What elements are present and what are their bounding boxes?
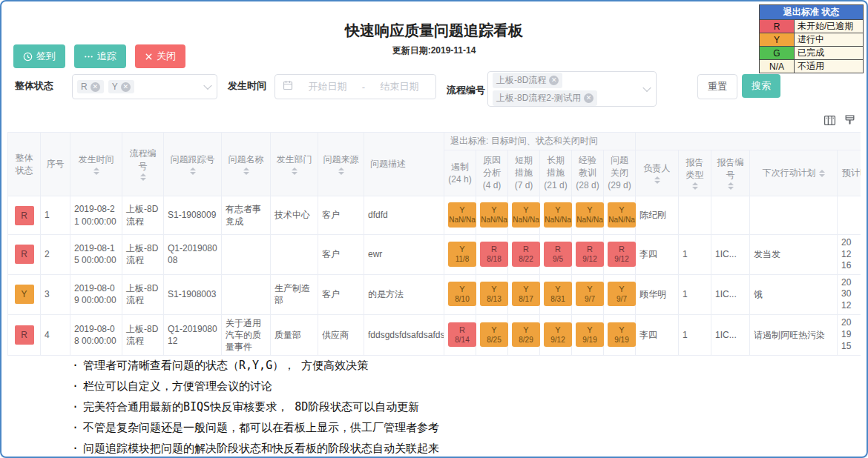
stage-badge: R9/12 — [608, 242, 636, 267]
cell-stage: R9/12 — [604, 235, 636, 275]
column-settings-button[interactable] — [823, 114, 836, 129]
col-report-type[interactable]: 报告类型 — [679, 150, 711, 196]
table-row[interactable]: R 1 2019-08-21 00:00:00 上板-8D流程 S1-19080… — [8, 196, 861, 235]
cell-report-no: 1IC... — [711, 314, 750, 356]
cell-stage: Y8/13 — [476, 274, 508, 314]
stage-badge: R8/14 — [448, 322, 476, 348]
col-status[interactable]: 整体状态 — [8, 133, 41, 196]
col-dept[interactable]: 发生部门 — [271, 133, 318, 196]
end-date-placeholder[interactable]: 结束日期 — [371, 80, 428, 93]
process-tag-1: 上板-8D流程 ✕ — [493, 73, 562, 88]
sort-icon[interactable] — [338, 167, 344, 175]
occur-time-label: 发生时间 — [228, 79, 266, 93]
col-est-time[interactable]: 预计时间 — [838, 150, 861, 196]
col-stage-closure[interactable]: 问题关闭(29 d) — [604, 150, 636, 196]
table-scroll-area[interactable]: 整体状态 序号 发生时间 流程编号 问题跟踪号 问题名称 发生部门 问题来源 问… — [7, 132, 861, 356]
cell-date: 2019-08-08 00:00:00 — [70, 314, 122, 356]
cell-est-time: 20 12 16 — [838, 235, 861, 275]
cell-owner: 顾华明 — [636, 274, 679, 314]
col-track-no[interactable]: 问题跟踪号 — [164, 133, 222, 196]
cell-stage: Y8/25 — [476, 314, 508, 356]
chevron-down-icon — [642, 84, 651, 92]
cell-track-no: S1-1908009 — [164, 196, 222, 235]
search-button[interactable]: 搜索 — [742, 74, 780, 98]
stage-badge: R9/5 — [544, 242, 572, 267]
brush-button[interactable] — [844, 114, 856, 129]
sort-icon[interactable] — [654, 176, 660, 184]
col-name[interactable]: 问题名称 — [222, 133, 271, 196]
table-row[interactable]: Y 3 2019-08-09 00:00:00 上板-8D流程 S1-19080… — [8, 274, 861, 314]
cell-stage: Y9/7 — [572, 274, 604, 314]
sort-icon[interactable] — [819, 170, 825, 177]
col-seq[interactable]: 序号 — [41, 133, 70, 196]
close-button[interactable]: 关闭 — [135, 44, 185, 68]
legend-label-y: 进行中 — [795, 33, 864, 47]
track-button[interactable]: 追踪 — [74, 44, 126, 68]
cell-dept: 质量部 — [271, 314, 318, 356]
stage-badge: Y8/13 — [480, 282, 508, 307]
cell-stage: YNaN/Na — [572, 196, 604, 235]
table-row[interactable]: R 2 2019-08-15 00:00:00 上板-8D流程 Q1-20190… — [8, 235, 861, 275]
cell-report-type: 1 — [679, 235, 711, 275]
col-process[interactable]: 流程编号 — [122, 133, 164, 196]
remove-tag-icon[interactable]: ✕ — [549, 76, 559, 85]
col-stage-containment[interactable]: 遏制(24 h) — [444, 150, 476, 196]
cell-est-time: 20 19 15 — [838, 314, 861, 356]
sort-icon[interactable] — [140, 173, 146, 181]
note-line: 栏位可以自定义，方便管理会议的讨论 — [72, 376, 852, 396]
track-label: 追踪 — [97, 50, 116, 63]
table-row[interactable]: R 4 2019-08-08 00:00:00 上板-8D流程 Q1-20190… — [8, 314, 861, 356]
cell-stage: YNaN/Na — [604, 196, 636, 235]
stage-badge: Y9/7 — [576, 282, 604, 307]
legend-row: R 未开始/已逾期 — [760, 20, 864, 33]
dashboard-frame: 快速响应质量问题追踪看板 更新日期:2019-11-14 签到 追踪 关闭 退出… — [0, 0, 868, 458]
col-desc[interactable]: 问题描述 — [364, 133, 444, 196]
col-report-no[interactable]: 报告编号 — [711, 150, 750, 196]
stage-badge: R8/18 — [480, 242, 508, 267]
cell-stage: R8/22 — [508, 235, 540, 275]
feature-notes: 管理者可清晰查看问题的状态（R,Y,G）， 方便高效决策 栏位可以自定义，方便管… — [72, 356, 852, 458]
action-buttons: 签到 追踪 关闭 — [13, 44, 185, 68]
col-source[interactable]: 问题来源 — [318, 133, 364, 196]
status-badge: Y — [15, 285, 34, 304]
sort-icon[interactable] — [190, 167, 196, 175]
stage-badge: Y9/7 — [608, 282, 636, 307]
remove-tag-icon[interactable]: ✕ — [91, 82, 100, 92]
cell-process: 上板-8D流程 — [122, 196, 164, 235]
stage-badge: Y8/29 — [512, 322, 540, 348]
cell-track-no: Q1-201908012 — [164, 314, 222, 356]
col-stage-root-cause[interactable]: 原因分析(4 d) — [476, 150, 508, 196]
sort-icon[interactable] — [93, 167, 99, 175]
col-date[interactable]: 发生时间 — [70, 133, 122, 196]
sort-icon[interactable] — [728, 182, 734, 190]
col-stage-long-term[interactable]: 长期措施(21 d) — [540, 150, 572, 196]
overall-status-select[interactable]: R ✕ Y ✕ — [72, 74, 217, 99]
cell-name: 有志者事竟成 — [222, 196, 271, 235]
cell-stage: R8/18 — [476, 235, 508, 275]
cell-name: 关于通用汽车的质量事件 — [222, 314, 271, 356]
col-next-action[interactable]: 下次行动计划 — [750, 150, 838, 196]
remove-tag-icon[interactable]: ✕ — [121, 82, 131, 92]
start-date-placeholder[interactable]: 开始日期 — [299, 80, 356, 93]
col-owner[interactable]: 负责人 — [636, 150, 679, 196]
remove-tag-icon[interactable]: ✕ — [584, 93, 594, 103]
cell-stage: YNaN/Na — [508, 196, 540, 235]
stage-badge: Y9/19 — [608, 322, 636, 348]
cell-dept — [271, 235, 318, 275]
cell-date: 2019-08-15 00:00:00 — [70, 235, 122, 275]
note-line: 管理者可清晰查看问题的状态（R,Y,G）， 方便高效决策 — [72, 356, 852, 376]
sort-icon[interactable] — [292, 167, 297, 175]
col-stage-lessons[interactable]: 经验教训(28 d) — [572, 150, 604, 196]
sign-in-button[interactable]: 签到 — [13, 44, 65, 68]
cell-owner: 陈纪刚 — [636, 196, 679, 235]
cell-stage: R8/14 — [444, 314, 476, 356]
col-stage-short-term[interactable]: 短期措施(7 d) — [508, 150, 540, 196]
legend-row: G 已完成 — [760, 47, 864, 60]
reset-button[interactable]: 重置 — [697, 74, 737, 99]
date-range-input[interactable]: 开始日期 - 结束日期 — [274, 74, 436, 99]
cell-report-no: 1IC... — [711, 274, 750, 314]
issues-table: 整体状态 序号 发生时间 流程编号 问题跟踪号 问题名称 发生部门 问题来源 问… — [7, 132, 861, 356]
process-select[interactable]: 上板-8D流程 ✕ 上板-8D流程2-测试用 ✕ — [487, 71, 657, 107]
sort-icon[interactable] — [243, 167, 249, 175]
sort-icon[interactable] — [692, 182, 698, 190]
